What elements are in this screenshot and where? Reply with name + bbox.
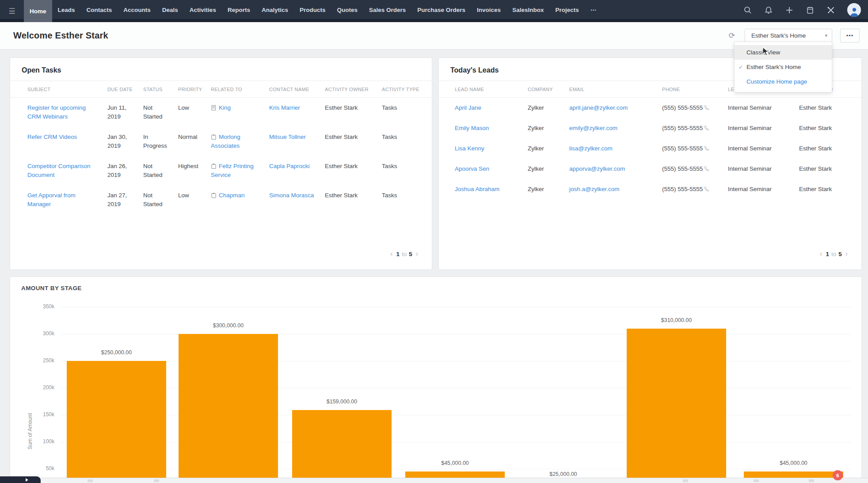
todays-leads-pagination: ‹ 1 to 5 › (819, 250, 849, 258)
lead-email-cell: april.jane@zylker.com (569, 104, 662, 112)
chart-bar[interactable] (627, 329, 726, 478)
task-owner-cell: Esther Stark (325, 104, 382, 121)
bar-value-label: $45,000.00 (405, 460, 505, 466)
calendar-icon[interactable] (806, 6, 815, 15)
more-options-button[interactable]: ••• (840, 29, 860, 42)
nav-tab-purchase-orders[interactable]: Purchase Orders (411, 0, 471, 22)
contact-name-link[interactable]: Mitsue Tollner (269, 134, 306, 140)
y-axis-tick-label: 350k (30, 303, 54, 310)
contact-name-link[interactable]: Capla Paprocki (269, 163, 310, 169)
lead-company-cell: Zylker (528, 165, 569, 173)
cropped-icon (809, 479, 814, 482)
next-page-button[interactable]: › (844, 250, 849, 258)
prev-page-button[interactable]: ‹ (819, 250, 823, 258)
chart-bar[interactable] (405, 472, 505, 478)
phone-icon[interactable] (704, 166, 710, 172)
table-row: Joshua AbrahamZylkerjosh.a@zylker.com(55… (439, 179, 861, 199)
table-row: Register for upcoming CRM WebinarsJun 11… (10, 98, 432, 127)
nav-tab-analytics[interactable]: Analytics (256, 0, 294, 22)
chart-bar[interactable] (179, 334, 278, 478)
cropped-icon (683, 479, 688, 482)
chart-bar[interactable] (67, 361, 166, 478)
bar-value-label: $25,000.00 (514, 471, 613, 477)
next-page-button[interactable]: › (415, 250, 419, 258)
task-subject-link[interactable]: Register for upcoming CRM Webinars (27, 104, 86, 120)
task-due-date-cell: Jan 26, 2019 (107, 162, 143, 180)
column-header: PHONE (662, 87, 728, 92)
nav-tab-[interactable]: ⋯ (585, 0, 602, 22)
lead-email-link[interactable]: apporva@zylker.com (569, 165, 625, 172)
contact-name-link[interactable]: Kris Marrier (269, 104, 300, 111)
refresh-icon[interactable]: ⟳ (729, 31, 735, 40)
nav-tab-contacts[interactable]: Contacts (81, 0, 118, 22)
lead-email-link[interactable]: april.jane@zylker.com (569, 104, 628, 111)
hamburger-menu-icon[interactable]: ☰ (0, 0, 24, 22)
phone-icon[interactable] (704, 146, 710, 152)
lead-name-link[interactable]: Apoorva Sen (455, 165, 489, 172)
column-header: COMPANY (528, 87, 569, 92)
nav-tab-products[interactable]: Products (294, 0, 331, 22)
task-type-cell: Tasks (382, 104, 432, 121)
dropdown-item-customize-home-page[interactable]: Customize Home page (735, 74, 832, 89)
phone-icon[interactable] (704, 125, 710, 131)
plus-icon[interactable] (785, 6, 794, 15)
lead-email-link[interactable]: josh.a@zylker.com (569, 186, 620, 192)
column-header: ACTIVITY OWNER (325, 87, 382, 92)
chart-bar[interactable] (744, 472, 843, 478)
lead-owner-cell: Esther Stark (799, 185, 861, 194)
home-view-dropdown: Classic View✓Esther Stark's HomeCustomiz… (734, 42, 832, 92)
task-subject-cell: Get Apporval from Manager (27, 191, 107, 209)
y-axis-tick-label: 200k (30, 384, 54, 391)
task-subject-cell: Refer CRM Videos (27, 133, 107, 150)
bar-value-label: $250,000.00 (67, 349, 166, 356)
lead-name-link[interactable]: April Jane (455, 104, 481, 111)
column-header: ACTIVITY TYPE (382, 87, 432, 92)
nav-tab-invoices[interactable]: Invoices (471, 0, 506, 22)
nav-tab-leads[interactable]: Leads (52, 0, 81, 22)
lead-name-link[interactable]: Emily Mason (455, 125, 489, 131)
related-to-link[interactable]: Chapman (219, 192, 245, 199)
page-range-end: 5 (838, 251, 842, 257)
lead-email-link[interactable]: emily@zylker.com (569, 125, 617, 131)
lead-source-cell: Internal Seminar (728, 185, 799, 194)
task-subject-link[interactable]: Competitor Comparison Document (27, 163, 91, 178)
cropped-bottom-strip (0, 478, 868, 483)
bell-icon[interactable] (764, 6, 773, 15)
clipboard-icon (211, 192, 217, 198)
notification-badge[interactable]: 6 (833, 470, 843, 480)
task-priority-cell: Low (178, 191, 211, 209)
nav-tab-projects[interactable]: Projects (549, 0, 584, 22)
prev-page-button[interactable]: ‹ (389, 250, 394, 258)
phone-icon[interactable] (704, 186, 710, 192)
dropdown-item-esther-stark-s-home[interactable]: ✓Esther Stark's Home (735, 60, 832, 74)
related-to-link[interactable]: Feltz Printing Service (211, 163, 254, 178)
lead-owner-cell: Esther Stark (799, 124, 861, 133)
y-axis-tick-label: 150k (30, 411, 54, 418)
nav-tab-quotes[interactable]: Quotes (331, 0, 363, 22)
nav-tab-accounts[interactable]: Accounts (118, 0, 156, 22)
column-header: PRIORITY (178, 87, 211, 92)
search-icon[interactable] (743, 6, 752, 15)
chart-bar[interactable] (292, 410, 392, 478)
lead-name-link[interactable]: Lisa Kenny (455, 145, 484, 152)
phone-icon[interactable] (704, 105, 710, 111)
tools-icon[interactable] (826, 6, 835, 15)
dropdown-item-classic-view[interactable]: Classic View (735, 45, 832, 60)
task-status-cell: Not Started (143, 191, 178, 209)
nav-tab-home[interactable]: Home (24, 0, 52, 22)
lead-name-link[interactable]: Joshua Abraham (455, 186, 499, 192)
table-row: Apoorva SenZylkerapporva@zylker.com(555)… (439, 159, 861, 179)
nav-tab-activities[interactable]: Activities (184, 0, 222, 22)
contact-name-link[interactable]: Simona Morasca (269, 192, 314, 199)
nav-tab-deals[interactable]: Deals (156, 0, 184, 22)
nav-tab-sales-orders[interactable]: Sales Orders (363, 0, 411, 22)
cropped-icon (88, 479, 93, 482)
task-subject-link[interactable]: Get Apporval from Manager (27, 192, 76, 207)
home-view-selector[interactable]: Esther Stark's Home ▾ (745, 29, 832, 42)
task-subject-link[interactable]: Refer CRM Videos (27, 134, 77, 140)
nav-tab-reports[interactable]: Reports (222, 0, 256, 22)
related-to-link[interactable]: King (219, 104, 231, 111)
lead-email-link[interactable]: lisa@zylker.com (569, 145, 613, 152)
nav-tab-salesinbox[interactable]: SalesInbox (506, 0, 549, 22)
user-avatar[interactable] (847, 3, 861, 17)
